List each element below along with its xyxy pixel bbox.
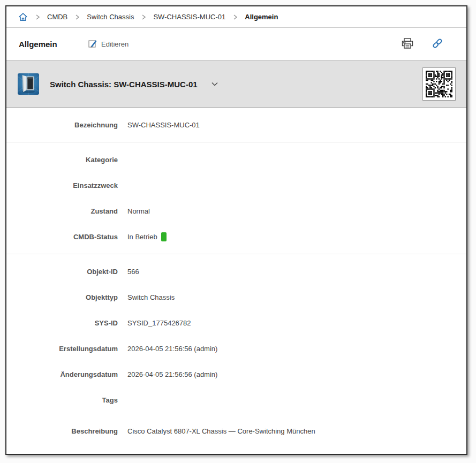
field-row: Tags [6, 387, 466, 413]
field-row: BeschreibungCisco Catalyst 6807-XL Chass… [6, 413, 466, 449]
field-row: Erstellungsdatum2026-04-05 21:56:56 (adm… [6, 336, 466, 361]
object-title: Switch Chassis: SW-CHASSIS-MUC-01 [50, 80, 198, 89]
edit-pencil-icon [88, 39, 97, 50]
screen: CMDB Switch Chassis SW-CHASSIS-MUC-01 Al… [0, 0, 476, 463]
chevron-down-icon[interactable] [208, 78, 221, 90]
form-section: BezeichnungSW-CHASSIS-MUC-01 [6, 108, 466, 142]
field-value: Switch Chassis [127, 293, 175, 301]
chevron-right-icon [231, 13, 239, 21]
form-section: KategorieEinsatzzweckZustandNormalCMDB-S… [6, 142, 466, 254]
edit-button[interactable]: Editieren [85, 38, 132, 50]
field-label: SYS-ID [6, 319, 118, 327]
form: BezeichnungSW-CHASSIS-MUC-01KategorieEin… [6, 108, 466, 454]
field-value-text: SYSID_1775426782 [127, 319, 191, 327]
chevron-right-icon [73, 13, 81, 21]
breadcrumb: CMDB Switch Chassis SW-CHASSIS-MUC-01 Al… [6, 6, 466, 28]
field-label: Objekttyp [6, 293, 118, 301]
home-icon[interactable] [18, 12, 28, 22]
qr-code-image [422, 67, 456, 101]
field-label: Beschreibung [6, 427, 118, 435]
breadcrumb-item-category: Allgemein [245, 13, 278, 21]
field-row: SYS-IDSYSID_1775426782 [6, 310, 466, 336]
chain-link-icon [431, 37, 444, 51]
field-value: 2026-04-05 21:56:56 (admin) [127, 370, 217, 378]
field-value-text: Cisco Catalyst 6807-XL Chassis — Core-Sw… [127, 427, 315, 435]
printer-icon [401, 37, 414, 51]
field-row: Änderungsdatum2026-04-05 21:56:56 (admin… [6, 361, 466, 387]
permalink-button[interactable] [429, 35, 446, 54]
field-row: Objekt-ID566 [6, 259, 466, 284]
field-value: Normal [127, 207, 150, 215]
field-value-text: Switch Chassis [127, 293, 175, 301]
field-row: CMDB-StatusIn Betrieb [6, 224, 466, 249]
chevron-right-icon [34, 13, 41, 21]
field-value: SYSID_1775426782 [127, 319, 191, 327]
field-value: 2026-04-05 21:56:56 (admin) [127, 345, 217, 353]
field-label: Änderungsdatum [6, 370, 118, 378]
field-row: ObjekttypSwitch Chassis [6, 284, 466, 310]
field-label: Erstellungsdatum [6, 345, 118, 353]
field-value-text: 566 [127, 268, 139, 276]
page-title: Allgemein [19, 40, 72, 49]
app-window: CMDB Switch Chassis SW-CHASSIS-MUC-01 Al… [5, 5, 467, 455]
field-label: Einsatzzweck [6, 181, 118, 189]
field-label: Zustand [6, 207, 118, 215]
edit-button-label: Editieren [101, 40, 129, 48]
field-value: SW-CHASSIS-MUC-01 [127, 121, 200, 129]
form-section: Objekt-ID566ObjekttypSwitch ChassisSYS-I… [6, 254, 466, 453]
field-label: Objekt-ID [6, 268, 118, 276]
field-label: CMDB-Status [6, 233, 118, 241]
field-label: Kategorie [6, 156, 118, 164]
field-row: Kategorie [6, 147, 466, 172]
field-value-text: 2026-04-05 21:56:56 (admin) [127, 370, 217, 378]
field-value: In Betrieb [127, 232, 167, 241]
field-row: BezeichnungSW-CHASSIS-MUC-01 [6, 112, 466, 138]
field-value-text: Normal [127, 207, 150, 215]
category-toolbar: Allgemein Editieren [6, 28, 466, 60]
status-badge [161, 232, 167, 241]
breadcrumb-item-object[interactable]: SW-CHASSIS-MUC-01 [153, 13, 225, 21]
switch-chassis-image [18, 73, 39, 95]
field-row: ZustandNormal [6, 198, 466, 224]
field-label: Tags [6, 396, 118, 404]
field-value-text: SW-CHASSIS-MUC-01 [127, 121, 200, 129]
field-value-text: 2026-04-05 21:56:56 (admin) [127, 345, 217, 353]
object-header: Switch Chassis: SW-CHASSIS-MUC-01 [6, 60, 466, 108]
chevron-right-icon [140, 13, 147, 21]
field-value: 566 [127, 268, 139, 276]
field-row: Einsatzzweck [6, 172, 466, 198]
print-button[interactable] [399, 35, 416, 54]
field-label: Bezeichnung [6, 121, 118, 129]
breadcrumb-item-object-type[interactable]: Switch Chassis [87, 13, 134, 21]
breadcrumb-item-cmdb[interactable]: CMDB [47, 13, 67, 21]
field-value: Cisco Catalyst 6807-XL Chassis — Core-Sw… [127, 427, 315, 435]
field-value-text: In Betrieb [127, 233, 157, 241]
